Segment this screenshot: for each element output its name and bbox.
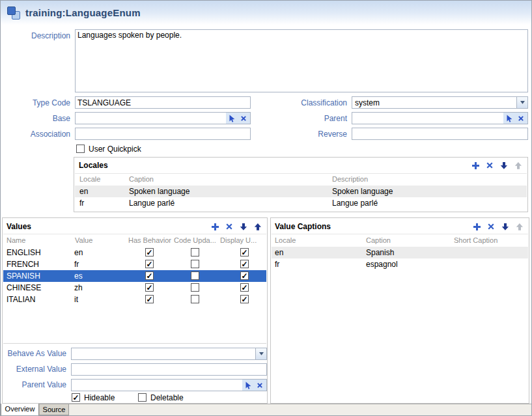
user-quickpick-label[interactable]: User Quickpick [89, 145, 141, 154]
parent-pick-button[interactable] [505, 113, 515, 123]
locales-move-down-button[interactable] [499, 161, 509, 170]
value-captions-move-down-button[interactable] [501, 222, 510, 231]
deletable-label[interactable]: Deletable [150, 393, 184, 402]
locales-move-up-button[interactable] [514, 161, 523, 170]
display-update-checkbox[interactable] [240, 271, 249, 280]
page-title: training:LanguageEnum [25, 7, 141, 18]
clear-x-icon [240, 115, 247, 122]
has-behavior-checkbox[interactable] [145, 271, 154, 280]
move-down-icon [240, 223, 247, 230]
user-quickpick-checkbox[interactable] [76, 145, 85, 153]
type-code-label: Type Code [1, 98, 72, 107]
code-update-checkbox[interactable] [191, 295, 199, 303]
display-update-checkbox[interactable] [240, 260, 249, 268]
values-move-down-button[interactable] [239, 222, 248, 231]
base-pick-button[interactable] [227, 113, 238, 123]
code-update-checkbox[interactable] [191, 283, 199, 292]
display-update-checkbox[interactable] [240, 283, 249, 292]
chevron-down-icon [259, 352, 264, 355]
behave-as-value-dropdown-button[interactable] [255, 348, 266, 359]
parent-value-input[interactable] [72, 380, 242, 391]
value-captions-row-en[interactable]: en Spanish [272, 247, 528, 258]
value-captions-row-fr[interactable]: fr espagnol [272, 258, 528, 270]
display-update-checkbox[interactable] [240, 295, 249, 303]
parent-value-clear-button[interactable] [255, 380, 265, 390]
type-code-input[interactable] [75, 96, 251, 109]
locales-row-fr[interactable]: fr Langue parlé Langue parlé [75, 197, 527, 209]
external-value-input[interactable] [71, 363, 267, 376]
classification-select[interactable]: system [352, 96, 528, 109]
code-update-checkbox[interactable] [191, 260, 199, 268]
move-down-icon [500, 161, 508, 169]
values-row-chinese[interactable]: CHINESE zh [3, 282, 266, 294]
parent-value-pick-button[interactable] [244, 380, 254, 390]
code-update-checkbox[interactable] [191, 248, 199, 257]
has-behavior-checkbox[interactable] [145, 260, 154, 268]
parent-value-field [71, 379, 267, 391]
association-input[interactable] [75, 128, 251, 140]
cell-value: en [74, 248, 83, 257]
values-row-italian[interactable]: ITALIAN it [3, 294, 266, 305]
value-captions-move-up-button[interactable] [515, 222, 524, 231]
has-behavior-checkbox[interactable] [145, 283, 154, 292]
base-clear-button[interactable] [238, 113, 249, 123]
has-behavior-checkbox[interactable] [145, 295, 154, 303]
cell-caption: Spoken language [129, 187, 189, 196]
add-icon [471, 161, 480, 170]
hideable-checkbox[interactable] [72, 393, 80, 402]
cell-locale: fr [79, 199, 84, 208]
cell-value: it [74, 295, 78, 304]
display-update-checkbox[interactable] [240, 248, 249, 257]
base-input[interactable] [76, 113, 226, 124]
cell-caption: Spanish [366, 248, 394, 257]
values-row-french[interactable]: FRENCH fr [3, 258, 266, 270]
cell-name: FRENCH [7, 260, 39, 269]
locales-section: Locales Locale Caption Description en Sp… [74, 157, 528, 212]
value-captions-delete-button[interactable] [486, 222, 496, 231]
locales-row-en[interactable]: en Spoken language Spoken language [75, 186, 527, 197]
locales-title: Locales [79, 161, 108, 170]
clear-x-icon [518, 115, 524, 122]
value-captions-add-button[interactable] [472, 222, 481, 231]
hideable-label[interactable]: Hideable [84, 393, 115, 402]
description-textarea[interactable]: Languages spoken by people. [75, 29, 528, 92]
cell-caption: Langue parlé [129, 199, 175, 208]
association-label: Association [1, 130, 72, 139]
tab-source[interactable]: Source [39, 404, 69, 415]
locales-delete-button[interactable] [485, 161, 494, 170]
values-section: Values Name Value Has Behavior Code Upda… [2, 217, 268, 404]
parent-clear-button[interactable] [516, 113, 526, 123]
tab-overview[interactable]: Overview [1, 404, 39, 416]
move-up-icon [254, 223, 262, 230]
delete-icon [486, 161, 494, 169]
locales-column-description: Description [332, 175, 368, 183]
move-down-icon [501, 223, 509, 230]
cell-caption: espagnol [366, 260, 398, 269]
values-column-value: Value [75, 236, 92, 244]
values-row-spanish[interactable]: SPANISH es [3, 270, 266, 282]
parent-value-picker-buttons [242, 380, 266, 391]
code-update-checkbox[interactable] [191, 271, 199, 280]
parent-input[interactable] [352, 113, 503, 124]
behave-as-value-label: Behave As Value [3, 349, 68, 358]
values-add-button[interactable] [210, 222, 219, 231]
clear-x-icon [257, 382, 263, 389]
values-title: Values [7, 222, 31, 231]
values-delete-button[interactable] [225, 222, 234, 231]
classification-dropdown-button[interactable] [516, 97, 527, 108]
divider [272, 234, 528, 234]
deletable-checkbox[interactable] [138, 393, 147, 402]
has-behavior-checkbox[interactable] [145, 248, 154, 257]
enum-editor-window: training:LanguageEnum Description Langua… [0, 0, 532, 416]
values-row-english[interactable]: ENGLISH en [3, 247, 266, 258]
values-move-up-button[interactable] [253, 222, 262, 231]
enum-type-icon [7, 6, 21, 20]
value-captions-column-caption: Caption [366, 236, 391, 244]
values-column-name: Name [7, 236, 25, 244]
reverse-label: Reverse [253, 130, 349, 139]
value-captions-section: Value Captions Locale Caption Short Capt… [270, 217, 529, 404]
delete-icon [225, 223, 233, 230]
locales-add-button[interactable] [471, 161, 480, 170]
behave-as-value-select[interactable] [71, 348, 267, 360]
reverse-input[interactable] [352, 128, 528, 140]
